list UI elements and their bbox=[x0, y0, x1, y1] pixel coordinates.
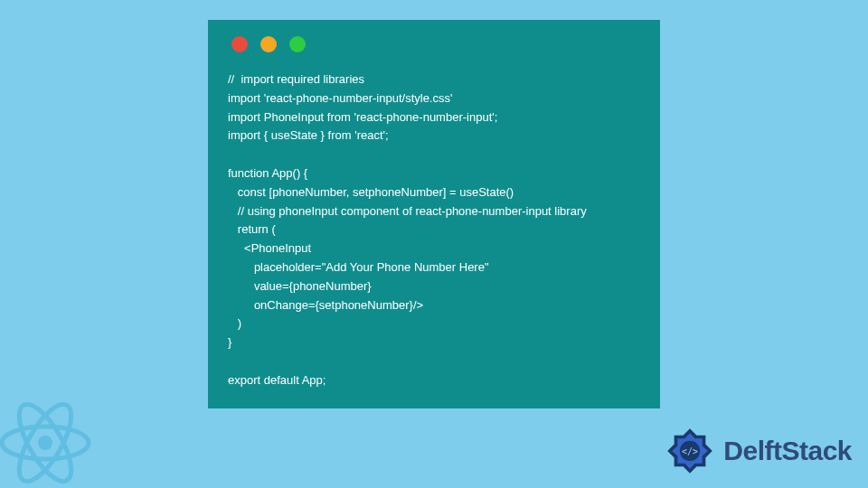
svg-point-3 bbox=[38, 436, 52, 450]
brand: </> DelftStack bbox=[662, 423, 852, 479]
brand-logo-icon: </> bbox=[662, 423, 718, 479]
traffic-lights bbox=[228, 36, 640, 52]
code-block: // import required libraries import 'rea… bbox=[228, 70, 640, 390]
code-window: // import required libraries import 'rea… bbox=[208, 20, 660, 408]
brand-name: DelftStack bbox=[723, 436, 852, 466]
window-dot-red bbox=[231, 36, 248, 52]
svg-text:</>: </> bbox=[682, 446, 698, 456]
window-dot-yellow bbox=[260, 36, 277, 52]
window-dot-green bbox=[289, 36, 306, 52]
react-watermark-icon bbox=[0, 389, 99, 488]
